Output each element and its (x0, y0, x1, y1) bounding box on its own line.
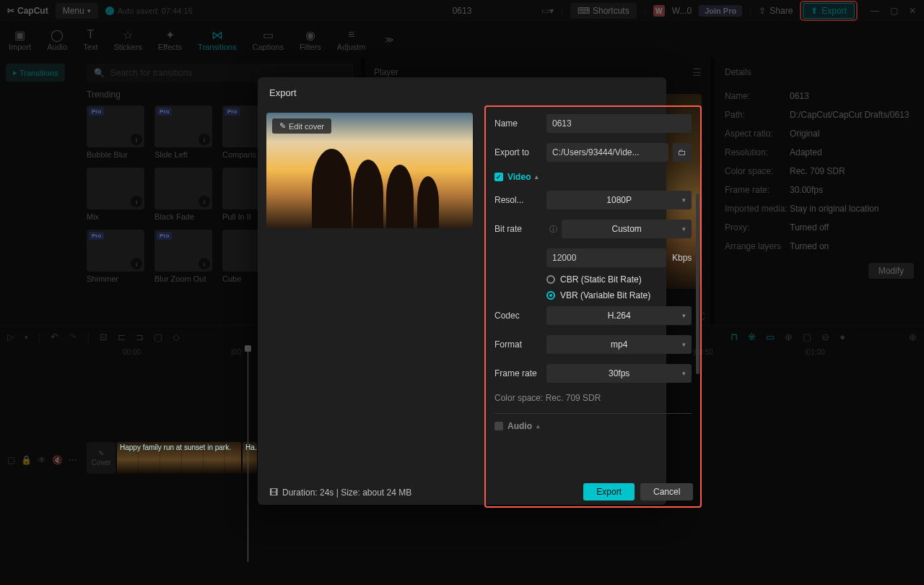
name-input[interactable] (546, 114, 692, 133)
resolution-select[interactable]: 1080P▾ (546, 191, 692, 209)
chevron-down-icon: ▾ (682, 225, 686, 233)
framerate-label: Frame rate (494, 368, 546, 378)
exportto-label: Export to (494, 147, 546, 157)
format-label: Format (494, 339, 546, 350)
divider (494, 413, 692, 414)
video-section-toggle[interactable]: ✓ Video ▴ (494, 172, 692, 182)
codec-label: Codec (494, 311, 546, 321)
chevron-down-icon: ▾ (682, 341, 686, 348)
bitrate-value-input[interactable] (546, 248, 666, 267)
chevron-down-icon: ▾ (682, 196, 686, 204)
chevron-down-icon: ▾ (682, 370, 686, 377)
cover-preview: ✎ Edit cover (266, 113, 473, 228)
edit-cover-button[interactable]: ✎ Edit cover (272, 118, 331, 134)
name-label: Name (494, 118, 546, 129)
export-modal: Export ✎ Edit cover Name (258, 77, 666, 505)
bitrate-select[interactable]: Custom▾ (562, 220, 692, 238)
chevron-down-icon: ▾ (682, 312, 686, 319)
export-footer-info: 🎞 Duration: 24s | Size: about 24 MB (258, 488, 411, 498)
bitrate-label: Bit rate (494, 224, 546, 234)
clip-label: Ha… (245, 443, 257, 451)
browse-folder-button[interactable]: 🗀 (673, 143, 692, 162)
kbps-unit: Kbps (672, 253, 692, 263)
format-select[interactable]: mp4▾ (546, 335, 692, 354)
audio-section-toggle[interactable]: Audio ▴ (494, 421, 692, 431)
cbr-radio[interactable]: CBR (Static Bit Rate) (546, 274, 692, 285)
exportto-input[interactable] (546, 143, 668, 162)
clip-label: Happy family run at sunset in park. (120, 443, 231, 451)
checkbox-off-icon[interactable] (494, 422, 503, 430)
colorspace-text: Color space: Rec. 709 SDR (494, 393, 692, 403)
chevron-up-icon: ▴ (536, 422, 540, 430)
film-icon: 🎞 (269, 488, 278, 498)
chevron-up-icon: ▴ (535, 173, 539, 181)
codec-select[interactable]: H.264▾ (546, 306, 692, 325)
resolution-label: Resol... (494, 195, 546, 205)
scrollbar[interactable] (696, 194, 699, 374)
folder-icon: 🗀 (678, 147, 687, 157)
framerate-select[interactable]: 30fps▾ (546, 364, 692, 383)
pencil-icon: ✎ (279, 121, 286, 131)
info-icon[interactable]: ⓘ (549, 224, 557, 235)
modal-title: Export (258, 87, 666, 107)
vbr-radio[interactable]: VBR (Variable Bit Rate) (546, 290, 692, 300)
checkbox-on-icon[interactable]: ✓ (494, 173, 503, 181)
